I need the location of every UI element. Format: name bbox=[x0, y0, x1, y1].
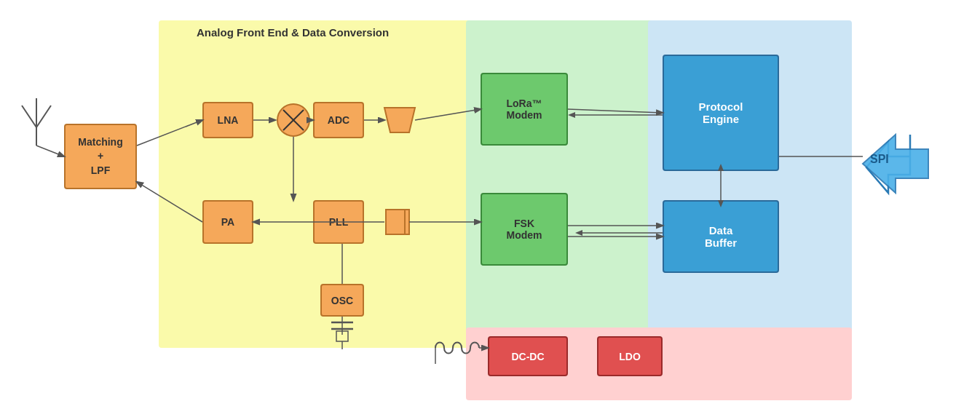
ldo-block: LDO bbox=[597, 336, 663, 376]
pll-label: PLL bbox=[329, 216, 348, 228]
dc-dc-block: DC-DC bbox=[488, 336, 568, 376]
matching-lpf-block: Matching+LPF bbox=[64, 124, 137, 189]
lna-block: LNA bbox=[202, 102, 253, 138]
lora-modem-label: LoRa™Modem bbox=[507, 98, 542, 121]
osc-block: OSC bbox=[320, 284, 364, 317]
pa-block: PA bbox=[202, 200, 253, 244]
bg-modem bbox=[466, 20, 655, 348]
svg-line-3 bbox=[36, 106, 51, 127]
pa-label: PA bbox=[221, 216, 234, 228]
matching-lpf-label: Matching+LPF bbox=[78, 135, 122, 178]
dc-dc-label: DC-DC bbox=[511, 351, 544, 362]
pll-block: PLL bbox=[313, 200, 364, 244]
svg-line-4 bbox=[36, 146, 64, 156]
diagram-container: Analog Front End & Data Conversion Match… bbox=[0, 0, 980, 417]
data-buffer-label: DataBuffer bbox=[705, 224, 737, 249]
analog-frontend-label: Analog Front End & Data Conversion bbox=[197, 26, 389, 39]
fsk-modem-label: FSKModem bbox=[507, 218, 542, 241]
adc-label: ADC bbox=[328, 114, 349, 126]
protocol-engine-block: ProtocolEngine bbox=[663, 55, 779, 171]
lna-label: LNA bbox=[218, 114, 239, 126]
data-buffer-block: DataBuffer bbox=[663, 200, 779, 273]
protocol-engine-label: ProtocolEngine bbox=[699, 100, 743, 125]
lora-modem-block: LoRa™Modem bbox=[481, 73, 568, 146]
ldo-label: LDO bbox=[619, 351, 641, 362]
spi-label: SPI bbox=[870, 153, 889, 166]
osc-label: OSC bbox=[331, 295, 353, 306]
svg-line-1 bbox=[22, 106, 36, 127]
fsk-modem-block: FSKModem bbox=[481, 193, 568, 266]
adc-block: ADC bbox=[313, 102, 364, 138]
